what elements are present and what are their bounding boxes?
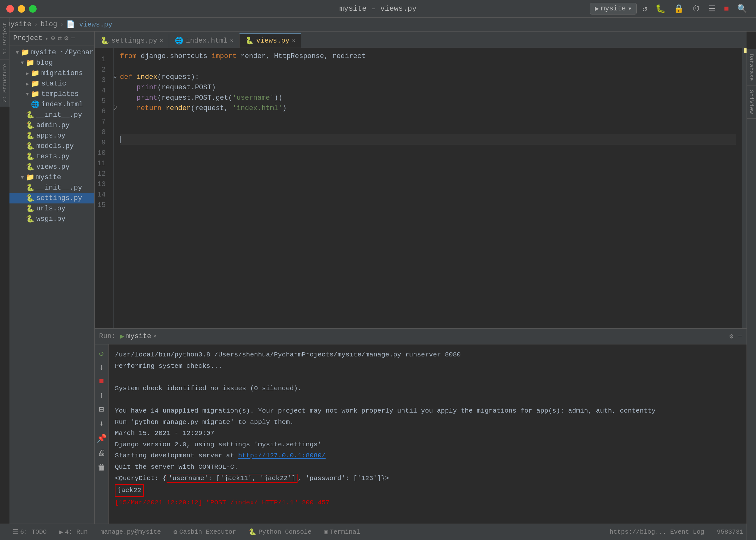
code-line-6: ▶ 🛡 return render(request, 'index.html'): [120, 103, 736, 113]
rerun-icon[interactable]: ↺: [99, 348, 104, 358]
tree-label-wsgi: wsgi.py: [36, 215, 65, 223]
tree-item-models[interactable]: 🐍 models.py: [9, 141, 94, 151]
search-icon[interactable]: 🔍: [734, 3, 750, 15]
scroll-down-icon[interactable]: ↓: [99, 363, 104, 372]
tree-item-templates[interactable]: ▼ 📁 templates: [9, 89, 94, 99]
editor-mini-scrollbar: [742, 48, 747, 328]
code-editor[interactable]: 12345 678910 1112131415 from django.shor…: [95, 48, 747, 328]
terminal-icon: ▣: [324, 528, 328, 536]
tree-item-apps[interactable]: 🐍 apps.py: [9, 131, 94, 141]
run-output-area: ↺ ↓ ■ ↑ ⊟ ⬇ 📌 🖨 🗑 /usr/local/bin/python3…: [95, 344, 747, 524]
tab-views[interactable]: 🐍 views.py ×: [239, 34, 301, 48]
tree-label-mysite-pkg: mysite: [36, 174, 61, 181]
run-tab-label: mysite: [126, 333, 151, 340]
minimize-icon[interactable]: —: [738, 332, 742, 340]
clock-icon[interactable]: ⏱: [689, 3, 703, 15]
status-casbin[interactable]: ⚙ Casbin Executor: [167, 524, 242, 540]
status-todo-label: 6: TODO: [20, 528, 47, 536]
py-file-icon: 🐍: [26, 121, 34, 130]
status-todo[interactable]: ☰ 6: TODO: [6, 524, 53, 540]
tree-label-static: static: [41, 80, 66, 88]
code-area[interactable]: from django.shortcuts import render, Htt…: [114, 48, 742, 328]
database-tab[interactable]: Database: [747, 49, 756, 85]
py-file-icon: 🐍: [26, 111, 34, 119]
tree-item-wsgi[interactable]: 🐍 wsgi.py: [9, 214, 94, 224]
tab-settings[interactable]: 🐍 settings.py ×: [95, 34, 169, 48]
maximize-button[interactable]: [29, 5, 37, 13]
tree-item-tests[interactable]: 🐍 tests.py: [9, 151, 94, 162]
code-line-10: [120, 145, 736, 155]
tree-item-settings[interactable]: 🐍 settings.py: [9, 193, 94, 203]
tree-item-static[interactable]: ▶ 📁 static: [9, 78, 94, 89]
folder-icon: 📁: [31, 69, 40, 77]
sort-icon[interactable]: ⬇: [99, 419, 104, 429]
breadcrumb-blog[interactable]: blog: [40, 21, 57, 28]
status-python-console[interactable]: 🐍 Python Console: [242, 524, 318, 540]
server-url-link[interactable]: http://127.0.0.1:8080/: [238, 452, 326, 459]
tree-item-views[interactable]: 🐍 views.py: [9, 162, 94, 172]
refresh-icon[interactable]: ↺: [640, 3, 650, 15]
window-title: mysite – views.py: [340, 4, 417, 13]
status-event-log[interactable]: 9583731: [710, 524, 750, 540]
run-tab-close[interactable]: ×: [153, 334, 157, 340]
scroll-up-icon[interactable]: ↑: [99, 390, 104, 400]
print-icon[interactable]: 🖨: [97, 448, 106, 458]
tree-label-templates: templates: [41, 90, 79, 98]
stop-icon[interactable]: ■: [721, 3, 731, 15]
code-line-7: [120, 113, 736, 124]
run-config-button[interactable]: ▶ mysite ▾: [590, 3, 637, 15]
collapse-icon[interactable]: —: [71, 34, 75, 43]
structure-tab[interactable]: Z: Structure: [0, 59, 9, 107]
sidebar-header-icons: ⊕ ⇄ ⚙ —: [51, 34, 75, 43]
debug-icon[interactable]: 🐛: [653, 3, 668, 15]
minimize-button[interactable]: [18, 5, 25, 13]
list-icon[interactable]: ☰: [706, 3, 718, 15]
status-run[interactable]: ▶ 4: Run: [53, 524, 94, 540]
tree-item-urls[interactable]: 🐍 urls.py: [9, 203, 94, 214]
project-tab[interactable]: 1: Project: [0, 18, 9, 59]
status-terminal-label: Terminal: [330, 528, 360, 536]
tree-item-migrations[interactable]: ▶ 📁 migrations: [9, 68, 94, 78]
right-panels: 🐍 settings.py × 🌐 index.html × 🐍 views.p…: [95, 32, 747, 524]
settings-icon[interactable]: ⚙: [65, 34, 69, 43]
console-line-14: [15/Mar/2021 12:29:12] "POST /index/ HTT…: [115, 497, 740, 508]
tab-index[interactable]: 🌐 index.html ×: [169, 34, 239, 48]
tab-close-views[interactable]: ×: [292, 38, 296, 44]
py-file-icon: 🐍: [26, 184, 34, 192]
chevron-down-icon: ▼: [21, 60, 24, 66]
chevron-down-icon: ▼: [16, 50, 19, 56]
close-button[interactable]: [6, 5, 14, 13]
stop-icon[interactable]: ■: [99, 377, 104, 386]
tree-item-mysite-pkg[interactable]: ▼ 📁 mysite: [9, 172, 94, 183]
status-terminal[interactable]: ▣ Terminal: [318, 524, 366, 540]
tab-close-index[interactable]: ×: [230, 38, 233, 44]
tree-item-mysite[interactable]: ▼ 📁 mysite ~/PycharmProjects/m: [9, 47, 94, 58]
sciview-tab[interactable]: SciView: [747, 85, 756, 119]
code-line-8: [120, 124, 736, 134]
tree-item-index-html[interactable]: 🌐 index.html: [9, 99, 94, 110]
locate-icon[interactable]: ⊕: [51, 34, 55, 43]
tree-item-admin[interactable]: 🐍 admin.py: [9, 120, 94, 131]
delete-icon[interactable]: 🗑: [97, 463, 106, 472]
sync-icon[interactable]: ⇄: [58, 34, 62, 43]
status-manage[interactable]: manage.py@mysite: [94, 524, 167, 540]
run-tab-mysite[interactable]: ▶ mysite ×: [120, 332, 157, 340]
tree-item-init-blog[interactable]: 🐍 __init__.py: [9, 110, 94, 120]
py-file-icon: 🐍: [26, 142, 34, 150]
breadcrumb-mysite[interactable]: mysite: [6, 21, 31, 28]
lock-icon[interactable]: 🔒: [671, 3, 686, 15]
tree-item-blog[interactable]: ▼ 📁 blog: [9, 58, 94, 68]
console-line-5: [115, 394, 740, 405]
tab-close-settings[interactable]: ×: [160, 38, 163, 44]
html-file-icon: 🌐: [31, 100, 40, 109]
tree-label-init-blog: __init__.py: [36, 111, 82, 119]
status-casbin-label: Casbin Executor: [179, 528, 236, 536]
split-icon[interactable]: ⊟: [99, 404, 104, 414]
tree-label-models: models.py: [36, 142, 74, 150]
tree-item-init-mysite[interactable]: 🐍 __init__.py: [9, 183, 94, 193]
breadcrumb-file[interactable]: 📄 views.py: [66, 20, 112, 29]
html-file-icon: 🌐: [175, 37, 183, 45]
pin-icon[interactable]: 📌: [96, 433, 107, 444]
status-url[interactable]: https://blog... Event Log: [603, 524, 710, 540]
settings-icon[interactable]: ⚙: [729, 332, 734, 340]
